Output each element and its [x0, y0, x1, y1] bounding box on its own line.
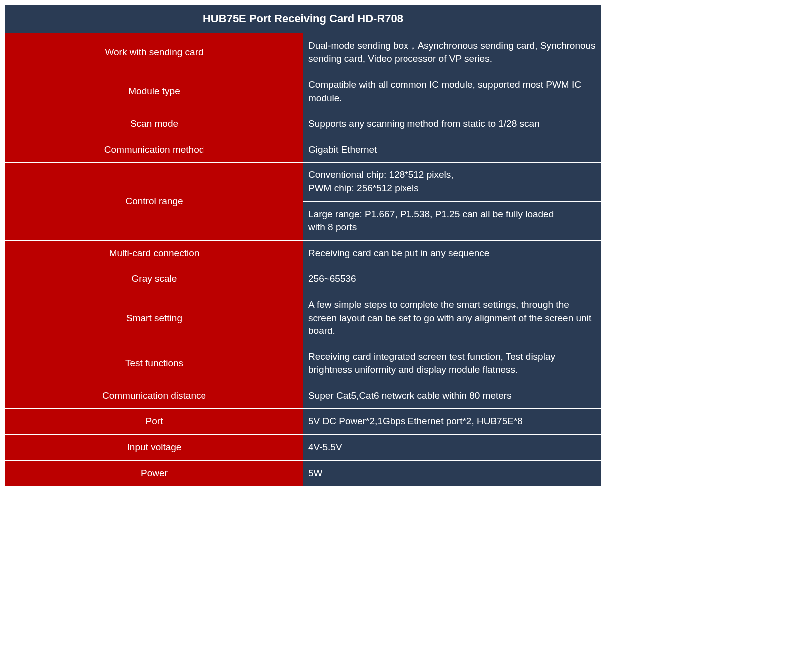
row-label: Gray scale: [5, 266, 303, 292]
row-value: 5V DC Power*2,1Gbps Ethernet port*2, HUB…: [303, 409, 601, 435]
row-label: Multi-card connection: [5, 240, 303, 266]
table-row: Input voltage 4V-5.5V: [5, 435, 601, 461]
row-value: Conventional chip: 128*512 pixels,PWM ch…: [303, 163, 601, 201]
row-value: Gigabit Ethernet: [303, 137, 601, 163]
table-row: Control range Conventional chip: 128*512…: [5, 163, 601, 201]
table-row: Communication method Gigabit Ethernet: [5, 137, 601, 163]
row-label: Smart setting: [5, 292, 303, 344]
row-value: Dual-mode sending box，Asynchronous sendi…: [303, 33, 601, 72]
row-label: Scan mode: [5, 111, 303, 137]
table-row: Communication distance Super Cat5,Cat6 n…: [5, 383, 601, 409]
row-label: Communication distance: [5, 383, 303, 409]
table-row: Module type Compatible with all common I…: [5, 72, 601, 111]
table-row: Gray scale 256~65536: [5, 266, 601, 292]
row-value: Receiving card integrated screen test fu…: [303, 344, 601, 383]
row-value: Compatible with all common IC module, su…: [303, 72, 601, 111]
row-value: Large range: P1.667, P1.538, P1.25 can a…: [303, 201, 601, 240]
row-label: Port: [5, 409, 303, 435]
table-row: Scan mode Supports any scanning method f…: [5, 111, 601, 137]
row-value: 256~65536: [303, 266, 601, 292]
row-label: Module type: [5, 72, 303, 111]
table-row: Work with sending card Dual-mode sending…: [5, 33, 601, 72]
row-value: Receiving card can be put in any sequenc…: [303, 240, 601, 266]
row-label: Work with sending card: [5, 33, 303, 72]
table-row: Port 5V DC Power*2,1Gbps Ethernet port*2…: [5, 409, 601, 435]
row-value: 4V-5.5V: [303, 435, 601, 461]
row-label: Input voltage: [5, 435, 303, 461]
table-row: Test functions Receiving card integrated…: [5, 344, 601, 383]
table-row: Power 5W: [5, 460, 601, 486]
row-label: Power: [5, 460, 303, 486]
row-label: Communication method: [5, 137, 303, 163]
table-row: Smart setting A few simple steps to comp…: [5, 292, 601, 344]
row-label: Control range: [5, 163, 303, 240]
row-value: Super Cat5,Cat6 network cable within 80 …: [303, 383, 601, 409]
row-label: Test functions: [5, 344, 303, 383]
row-value: Supports any scanning method from static…: [303, 111, 601, 137]
table-title: HUB75E Port Receiving Card HD-R708: [5, 5, 601, 33]
table-row: Multi-card connection Receiving card can…: [5, 240, 601, 266]
row-value: A few simple steps to complete the smart…: [303, 292, 601, 344]
row-value: 5W: [303, 460, 601, 486]
spec-table: HUB75E Port Receiving Card HD-R708 Work …: [5, 5, 601, 486]
title-row: HUB75E Port Receiving Card HD-R708: [5, 5, 601, 33]
